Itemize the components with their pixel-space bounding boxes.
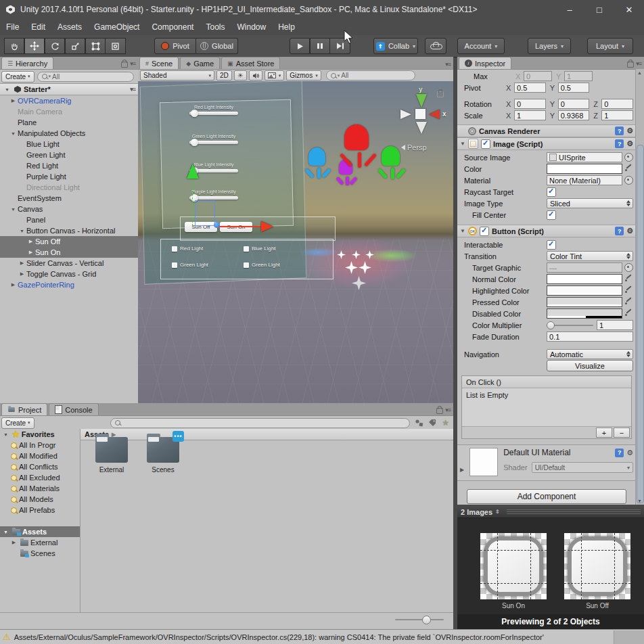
close-button[interactable]: ✕ [614,0,644,19]
tab-hierarchy[interactable]: ☰Hierarchy [1,57,53,69]
foldout-arrow-icon[interactable]: ▶ [9,282,18,288]
preview-drag-handle[interactable] [507,509,641,514]
tab-asset-store[interactable]: ▣Asset Store [221,57,280,69]
source-image-field[interactable]: UISprite [547,152,622,162]
gear-icon[interactable]: ⚙ [626,127,633,135]
gear-icon[interactable]: ⚙ [626,139,633,148]
hand-tool-button[interactable] [4,38,24,54]
scene-effects-dropdown[interactable]: ▾ [264,70,285,80]
fill-center-checkbox[interactable] [547,210,556,220]
collab-dropdown[interactable]: Collab▾ [373,38,418,54]
tab-scene[interactable]: #Scene [139,57,179,69]
scene-toggle-blue-light-1[interactable]: Blue Light [244,246,276,252]
foldout-arrow-icon[interactable]: ▼ [1,432,10,437]
scene-toggle-green-light-2[interactable]: Green Light [172,262,208,268]
color-field[interactable] [547,164,622,174]
scale-tool-button[interactable] [65,38,85,54]
slider-knob[interactable] [191,110,198,117]
eyedropper-icon[interactable] [624,275,633,283]
hierarchy-search-input[interactable]: ▾All [37,72,134,82]
gizmos-dropdown[interactable]: Gizmos▾ [286,70,321,80]
favorite-item-all-prefabs[interactable]: All Prefabs [0,505,80,515]
axis-center-cube[interactable] [415,109,426,119]
tree-item-scenes[interactable]: Scenes [0,548,80,559]
disabled-color-field[interactable] [547,308,622,319]
play-button[interactable] [290,38,310,54]
hierarchy-item-button-canvas-horizontal[interactable]: ▼Button Canvas - Horizontal [0,225,138,236]
spotlight-gizmo[interactable] [344,124,369,176]
slider-knob[interactable] [547,321,555,329]
shading-mode-dropdown[interactable]: Shaded▾ [140,70,214,80]
image-enabled-checkbox[interactable] [481,139,490,149]
layout-dropdown[interactable]: Layout▾ [587,38,633,54]
scene-toggle-red-light-0[interactable]: Red Light [172,246,203,252]
slider-knob[interactable] [422,616,431,624]
pivot-toggle-button[interactable]: Pivot [154,38,196,54]
lock-icon[interactable] [436,408,443,414]
slider-track[interactable] [189,112,238,115]
shader-dropdown[interactable]: UI/Default [532,462,633,473]
foldout-arrow-icon[interactable]: ▶ [9,540,18,545]
lock-icon[interactable] [627,62,634,68]
object-picker-icon[interactable] [624,176,633,185]
minimize-button[interactable]: – [555,0,584,19]
hierarchy-create-button[interactable]: Create▾ [1,71,34,83]
foldout-arrow-icon[interactable]: ▼ [460,141,465,147]
tree-item-external[interactable]: ▶External [0,537,80,548]
eyedropper-icon[interactable] [624,164,633,173]
menu-component[interactable]: Component [145,19,200,35]
foldout-arrow-icon[interactable]: ▶ [460,467,464,476]
interactable-checkbox[interactable] [547,240,556,250]
foldout-arrow-icon[interactable]: ▶ [26,250,35,255]
project-create-button[interactable]: Create▾ [1,417,34,429]
favorite-item-all-conflicts[interactable]: All Conflicts [0,461,80,472]
favorite-item-all-models[interactable]: All Models [0,494,80,505]
sprite-preview-sun-off[interactable] [564,533,630,599]
search-by-type-icon[interactable] [415,419,424,427]
assets-root-row[interactable]: ▼ Assets [0,526,80,537]
scene-lighting-button[interactable]: ☀ [234,70,247,80]
search-by-label-icon[interactable] [428,419,437,427]
scene-slider-purple-light-intensity[interactable]: Purple Light Intensity [189,189,238,200]
lock-icon[interactable] [121,62,128,68]
color-multiplier-field[interactable]: 1 [597,320,633,330]
menu-window[interactable]: Window [231,19,272,35]
layers-dropdown[interactable]: Layers▾ [528,38,571,54]
scene-menu-icon[interactable]: ▾≡ [130,86,135,93]
foldout-arrow-icon[interactable]: ▼ [1,530,10,534]
hierarchy-item-sun-on[interactable]: ▶Sun On [0,247,138,258]
pivot-y-field[interactable]: 0.5 [558,83,590,93]
hierarchy-item-slider-canvas-vertical[interactable]: ▶Slider Canvas - Vertical [0,258,138,269]
scene-slider-green-light-intensity[interactable]: Green Light Intensity [189,134,238,144]
hierarchy-item-main-camera[interactable]: Main Camera [0,106,138,117]
scale-x-field[interactable]: 1 [514,110,546,120]
material-field[interactable]: None (Material) [547,175,622,185]
axis-cone-white-down[interactable] [416,122,427,134]
tab-console[interactable]: ------ Console [49,403,98,415]
normal-color-field[interactable] [547,274,622,284]
canvas-renderer-header[interactable]: Canvas Renderer ?⚙ [457,124,636,137]
foldout-arrow-icon[interactable]: ▼ [9,131,18,136]
foldout-arrow-icon[interactable]: ▼ [18,229,26,233]
hierarchy-item-directional-light[interactable]: Directional Light [0,182,138,193]
menu-help[interactable]: Help [272,19,301,35]
scene-viewport[interactable]: Red Light IntensityGreen Light Intensity… [138,81,453,403]
panel-menu-icon[interactable]: ▾≡ [636,60,641,67]
panel-menu-icon[interactable]: ▾≡ [130,60,135,67]
scroll-up-icon[interactable]: ▲ [637,70,642,75]
button-component-header[interactable]: ▼ OK Button (Script) ?⚙ [457,225,636,237]
pause-button[interactable] [310,38,330,54]
favorite-item-all-excluded[interactable]: All Excluded [0,472,80,483]
add-event-button[interactable]: + [596,428,612,438]
hierarchy-item-sun-off[interactable]: ▶Sun Off [0,236,138,247]
pressed-color-field[interactable] [547,297,622,307]
gizmo-lock-icon[interactable] [437,91,444,97]
tab-inspector[interactable]: i Inspector [459,57,511,69]
scene-slider-red-light-intensity[interactable]: Red Light Intensity [189,105,238,115]
panel-menu-icon[interactable]: ▾≡ [445,407,451,413]
hierarchy-item-blue-light[interactable]: Blue Light [0,139,138,150]
scene-audio-button[interactable] [249,70,262,80]
thumbnail-zoom-slider[interactable] [395,619,444,620]
foldout-arrow-icon[interactable]: ▼ [3,87,12,92]
remove-event-button[interactable]: − [614,428,630,438]
